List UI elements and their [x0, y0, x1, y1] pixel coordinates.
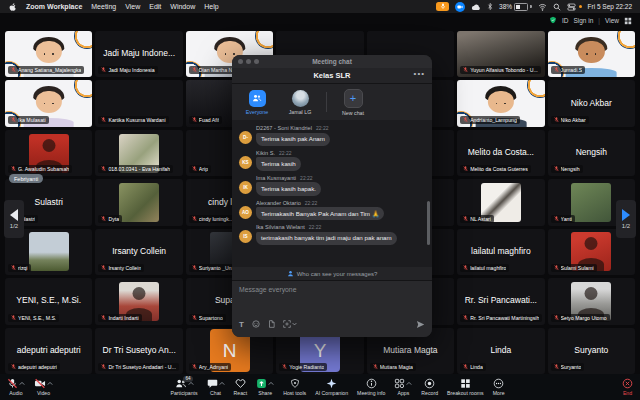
video-tile-linda[interactable]: LindaLinda	[457, 328, 544, 374]
gallery-next-page-button[interactable]: 1/2	[616, 200, 636, 238]
video-tile-andrianto-lampung[interactable]: Andrianto_Lampung	[457, 80, 544, 126]
avatar-eyes	[225, 53, 235, 55]
toolbar-breakout-rooms-button[interactable]: Breakout rooms	[447, 378, 484, 396]
muted-mic-icon	[463, 364, 468, 370]
video-tile-setyo-margo-utomo[interactable]: Setyo Margo Utomo	[548, 278, 635, 324]
video-tile-irsanty-collein[interactable]: Irsanty ColleinIrsanty Collein	[95, 229, 182, 275]
chat-tab-everyone[interactable]: Everyone	[240, 90, 274, 115]
muted-mic-icon	[101, 265, 106, 271]
video-tile-indarti-indarti[interactable]: Indarti Indarti	[95, 278, 182, 324]
video-tile-melito-da-costa-guterres[interactable]: Melito da Costa...Melito da Costa Guterr…	[457, 130, 544, 176]
video-tile-dr-tri-susetyo-andadari-u[interactable]: Dr Tri Susetyo An...Dr Tri Susetyo Andad…	[95, 328, 182, 374]
participant-name-label: Arip	[189, 165, 211, 173]
participant-name-label: Niko Akbar	[551, 116, 589, 124]
emoji-button[interactable]	[252, 320, 260, 328]
battery-indicator[interactable]: 38%	[499, 3, 532, 11]
muted-mic-icon	[463, 216, 468, 222]
video-tile-suryanto[interactable]: SuryantoSuryanto	[548, 328, 635, 374]
more-icon	[493, 378, 504, 389]
video-tile-nengsih[interactable]: NengsihNengsih	[548, 130, 635, 176]
chat-room-header: Kelas SLR •••	[232, 68, 432, 84]
chat-window-titlebar[interactable]: Meeting chat	[232, 55, 432, 68]
chevron-up-icon[interactable]	[268, 381, 274, 386]
menubar-item-window[interactable]: Window	[170, 3, 195, 10]
video-tile-yeni-s-e-m-s[interactable]: YENI, S.E., M.Si.YENI, S.E., M.S.	[5, 278, 92, 324]
toolbar-react-button[interactable]: React	[234, 378, 248, 396]
screen-share-indicator[interactable]	[455, 2, 465, 12]
video-tile-g-awaludin-subarsah[interactable]: G. Awaludin SubarsahFebriyanti	[5, 130, 92, 176]
format-text-button[interactable]: T	[239, 320, 244, 329]
video-tile-lailatul-maghfiro[interactable]: lailatul maghfirolailatul maghfiro	[457, 229, 544, 275]
video-tile-yuyun-alfasius-tobondo-u[interactable]: Yuyun Alfasius Tobondo - U...	[457, 31, 544, 77]
search-icon[interactable]	[553, 3, 561, 11]
video-tile-jadi-maju-indonesia[interactable]: Jadi Maju Indone...Jadi Maju Indonesia	[95, 31, 182, 77]
view-button[interactable]: View	[605, 17, 619, 24]
video-tile-kartika-kusuma-wardani[interactable]: Kartika Kusuma Wardani	[95, 80, 182, 126]
toolbar-end-button[interactable]: End	[622, 378, 633, 396]
menubar-item-help[interactable]: Help	[204, 3, 218, 10]
participant-name-label: Jumadi.S	[551, 66, 586, 74]
meeting-topbar: ID Sign in | View	[549, 16, 632, 25]
toolbar-participants-button[interactable]: Participants64	[170, 378, 197, 396]
participant-name-label: NL Astari	[460, 215, 494, 223]
mic-in-use-indicator[interactable]	[436, 2, 449, 11]
chevron-up-icon[interactable]	[188, 381, 194, 386]
muted-mic-icon	[11, 117, 16, 123]
prev-arrow-icon	[10, 209, 18, 221]
toolbar-ai-companion-button[interactable]: AI Companion	[315, 378, 348, 396]
chat-more-button[interactable]: •••	[414, 69, 425, 78]
menubar-item-view[interactable]: View	[125, 3, 140, 10]
cloud-status-icon[interactable]	[471, 3, 481, 11]
attach-file-button[interactable]	[268, 320, 275, 328]
control-center-icon[interactable]	[567, 3, 582, 11]
menubar-status-area: 38% Fri 5 Sep 22:22	[436, 2, 632, 12]
toolbar-item-label: Share	[258, 390, 272, 396]
chat-message-input[interactable]: Message everyone	[239, 286, 425, 293]
chat-scrollbar[interactable]	[427, 201, 430, 245]
video-tile-rr-sri-pancawati-martiningsih[interactable]: Rr. Sri Pancawati...Rr. Sri Pancawati Ma…	[457, 278, 544, 324]
meeting-id-button[interactable]: ID	[562, 17, 569, 24]
chevron-up-icon[interactable]	[19, 381, 25, 386]
sign-in-button[interactable]: Sign in	[573, 17, 593, 24]
chat-message-list[interactable]: D-D2267 - Soni Kiandriel22:22Terima kasi…	[232, 120, 432, 267]
toolbar-share-button[interactable]: Share	[256, 378, 274, 396]
video-tile-anang-satiana-majalengka[interactable]: Anang Satiana_Majalengka	[5, 31, 92, 77]
toolbar-more-button[interactable]: More	[493, 378, 505, 396]
menubar-item-edit[interactable]: Edit	[149, 3, 161, 10]
menubar-item-meeting[interactable]: Meeting	[91, 3, 116, 10]
toolbar-icon-row	[7, 378, 25, 389]
toolbar-audio-button[interactable]: Audio	[7, 378, 25, 396]
toolbar-host-tools-button[interactable]: Host tools	[283, 378, 306, 396]
wifi-icon[interactable]	[538, 3, 547, 11]
video-tile-018-03-0341-eva-hanifah[interactable]: 018.03.0341 - Eva Hanifah	[95, 130, 182, 176]
video-tile-nl-astari[interactable]: NL Astari	[457, 179, 544, 225]
send-message-button[interactable]	[416, 315, 425, 333]
gallery-prev-page-button[interactable]: 1/2	[4, 200, 24, 238]
toolbar-meeting-info-button[interactable]: Meeting info	[357, 378, 385, 396]
screenshot-button[interactable]	[283, 320, 297, 328]
view-grid-icon[interactable]	[624, 17, 632, 25]
video-tile-jumadi-s[interactable]: Jumadi.S	[548, 31, 635, 77]
chat-tab-new-chat[interactable]: +New chat	[336, 89, 370, 116]
menubar-clock[interactable]: Fri 5 Sep 22:22	[588, 3, 632, 10]
chat-tab-jamal-lg[interactable]: Jamal LG	[283, 90, 317, 115]
video-tile-dyta[interactable]: Dyta	[95, 179, 182, 225]
toolbar-apps-button[interactable]: Apps	[394, 378, 412, 396]
toolbar-icon-row	[460, 378, 471, 389]
chevron-up-icon[interactable]	[219, 381, 225, 386]
chat-privacy-note[interactable]: Who can see your messages?	[232, 267, 432, 280]
chevron-up-icon[interactable]	[47, 381, 53, 386]
bluetooth-icon[interactable]	[487, 2, 493, 11]
video-tile-niko-akbar[interactable]: Niko AkbarNiko Akbar	[548, 80, 635, 126]
participant-name-label: Nengsih	[551, 165, 583, 173]
apple-menu-icon[interactable]	[8, 2, 17, 12]
toolbar-chat-button[interactable]: Chat	[207, 378, 225, 396]
chevron-up-icon[interactable]	[406, 381, 412, 386]
video-tile-ika-mulasati[interactable]: Ika Mulasati	[5, 80, 92, 126]
menubar-item-zoom-workplace[interactable]: Zoom Workplace	[26, 3, 82, 10]
participant-name-label: Kartika Kusuma Wardani	[98, 116, 168, 124]
participant-name: Suriyanto _Un...	[199, 265, 236, 271]
video-tile-adeputri-adeputri[interactable]: adeputri adeputriadeputri adeputri	[5, 328, 92, 374]
toolbar-video-button[interactable]: Video	[34, 378, 53, 396]
toolbar-record-button[interactable]: Record	[421, 378, 438, 396]
